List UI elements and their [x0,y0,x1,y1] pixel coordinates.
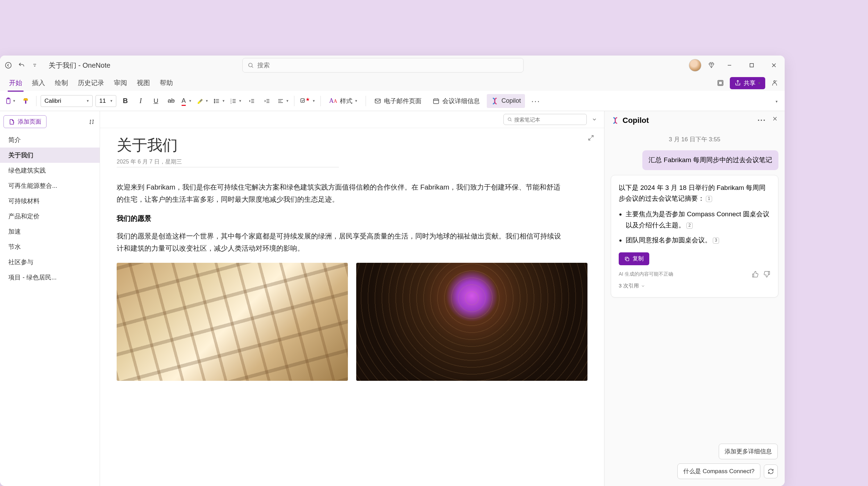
reference-badge[interactable]: 3 [713,237,719,244]
window-tray-button[interactable] [715,77,726,89]
font-name-combo[interactable]: Calibri▾ [41,95,93,107]
page-item[interactable]: 产品和定价 [0,209,100,224]
page-item[interactable]: 可持续材料 [0,193,100,209]
tags-button[interactable]: ★▾ [299,95,316,107]
content-image-1[interactable] [117,263,348,381]
vision-paragraph[interactable]: 我们的愿景是创造这样一个世界，其中每个家庭都是可持续发展的绿洲，居民享受高质量的… [117,230,561,254]
ribbon: ▾ Calibri▾ 11▾ B I U ab A▾ ▾ ▾ 123▾ ▾ ★▾… [0,91,785,111]
page-item[interactable]: 可再生能源整合... [0,178,100,193]
search-icon [248,62,254,68]
back-button[interactable] [3,60,14,71]
search-icon [507,117,512,122]
paste-button[interactable]: ▾ [3,95,17,107]
intro-paragraph[interactable]: 欢迎来到 Fabrikam，我们是你在可持续住宅解决方案和绿色建筑实践方面值得信… [117,181,561,206]
styles-button[interactable]: AA 样式▾ [325,94,361,108]
copy-icon [624,256,630,262]
svg-rect-17 [434,99,439,103]
search-input[interactable] [257,62,518,69]
copilot-more-button[interactable]: ··· [758,116,766,125]
notebook-search-input[interactable] [514,117,583,123]
citations-toggle[interactable]: 3 次引用 [619,282,770,290]
copilot-toggle-button[interactable] [769,77,781,89]
reference-badge[interactable]: 1 [706,196,712,202]
email-page-button[interactable]: 电子邮件页面 [370,94,426,108]
menu-tab-4[interactable]: 审阅 [109,76,132,90]
global-search[interactable] [242,58,524,73]
menu-tab-3[interactable]: 历史记录 [73,76,109,90]
add-page-button[interactable]: 添加页面 [3,115,47,128]
section-nav-button[interactable] [590,115,599,124]
close-button[interactable] [766,58,782,72]
ai-response: 以下是 2024 年 3 月 18 日举行的 Fabrikam 每周同步会议的过… [611,175,778,298]
copilot-ribbon-button[interactable]: Copilot [487,94,525,108]
onenote-window: 关于我们 - OneNote 开始插入绘制历史记录审阅视图帮助 共享 ▾ [0,56,785,486]
copilot-close-button[interactable] [772,116,778,125]
vision-heading[interactable]: 我们的愿景 [117,214,587,223]
page-item[interactable]: 绿色建筑实践 [0,163,100,178]
align-button[interactable]: ▾ [276,95,290,107]
add-page-icon [9,119,15,125]
outdent-button[interactable] [245,95,258,107]
italic-button[interactable]: I [134,95,147,107]
menubar: 开始插入绘制历史记录审阅视图帮助 共享 ▾ [0,75,785,91]
sort-pages-button[interactable] [87,117,96,126]
thumbs-up-button[interactable] [752,271,759,278]
page-content[interactable]: 关于我们 2025 年 6 月 7 日，星期三 欢迎来到 Fabrikam，我们… [100,128,604,486]
undo-button[interactable] [16,60,27,71]
indent-button[interactable] [261,95,273,107]
menu-tab-5[interactable]: 视图 [132,76,155,90]
page-item[interactable]: 节水 [0,239,100,254]
svg-rect-15 [301,99,304,102]
menu-tab-1[interactable]: 插入 [27,76,50,90]
font-size-combo[interactable]: 11▾ [95,95,116,107]
strikethrough-button[interactable]: ab [165,95,177,107]
chevron-down-icon [641,284,645,288]
refresh-icon [768,468,774,475]
page-item[interactable]: 关于我们 [0,148,100,163]
meeting-details-button[interactable]: 会议详细信息 [428,94,484,108]
svg-point-18 [508,118,511,120]
refresh-suggestions-button[interactable] [764,464,778,478]
qat-customize-button[interactable] [29,60,40,71]
chevron-down-icon: ▾ [758,81,760,85]
ai-bullet: 主要焦点为是否参加 Compass Connect 圆桌会议以及介绍什么主题。2 [626,209,770,231]
ribbon-overflow-button[interactable]: ··· [528,96,544,106]
highlight-button[interactable]: ▾ [195,95,209,107]
page-item[interactable]: 社区参与 [0,254,100,270]
expand-page-button[interactable] [587,134,594,141]
suggestion-chip-2[interactable]: 什么是 Compass Connect? [677,463,760,479]
bullets-button[interactable]: ▾ [212,95,226,107]
underline-button[interactable]: U [150,95,162,107]
copilot-icon [611,117,619,124]
bold-button[interactable]: B [119,95,132,107]
message-timestamp: 3 月 16 日下午 3:55 [611,135,778,143]
format-painter-button[interactable] [19,95,32,107]
page-title[interactable]: 关于我们 [117,135,587,156]
minimize-button[interactable] [721,58,737,72]
menu-tab-0[interactable]: 开始 [4,76,27,90]
copy-button[interactable]: 复制 [619,252,649,265]
share-label: 共享 [744,79,756,87]
page-item[interactable]: 简介 [0,132,100,148]
share-button[interactable]: 共享 ▾ [730,77,765,89]
maximize-button[interactable] [744,58,760,72]
thumbs-down-button[interactable] [763,271,770,278]
numbering-button[interactable]: 123▾ [229,95,243,107]
svg-point-11 [214,102,215,103]
premium-icon[interactable] [708,61,715,69]
suggestion-chip-1[interactable]: 添加更多详细信息 [719,444,778,459]
content-image-2[interactable] [356,263,587,381]
window-title: 关于我们 - OneNote [49,61,110,70]
page-sidebar: 添加页面 简介关于我们绿色建筑实践可再生能源整合...可持续材料产品和定价加速节… [0,111,100,486]
ribbon-expand-button[interactable]: ▾ [772,98,781,104]
notebook-search[interactable] [503,114,587,125]
menu-tab-6[interactable]: 帮助 [155,76,178,90]
profile-avatar[interactable] [689,59,701,72]
svg-rect-16 [375,99,381,103]
font-color-button[interactable]: A▾ [180,95,193,107]
reference-badge[interactable]: 2 [686,223,693,229]
page-item[interactable]: 加速 [0,224,100,239]
menu-tab-2[interactable]: 绘制 [50,76,73,90]
page-item[interactable]: 项目 - 绿色居民... [0,270,100,285]
svg-rect-19 [626,258,629,261]
